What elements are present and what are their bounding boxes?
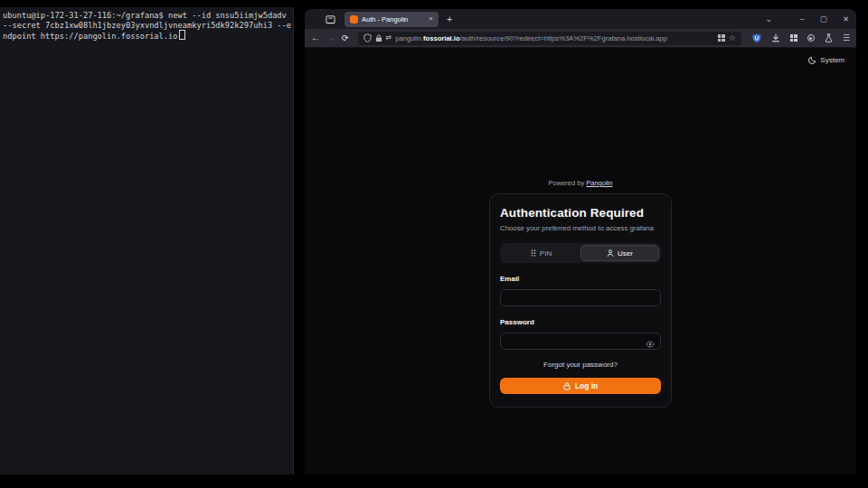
email-label: Email bbox=[500, 275, 661, 283]
theme-toggle[interactable]: System bbox=[808, 56, 844, 64]
url-host: fossorial.io bbox=[423, 34, 460, 42]
theme-label: System bbox=[820, 56, 844, 64]
page-content: System Powered by Pangolin Authenticatio… bbox=[305, 48, 856, 474]
terminal-line: ndpoint https://pangolin.fossorial.io bbox=[3, 30, 293, 42]
auth-card: Authentication Required Choose your pref… bbox=[489, 193, 672, 408]
desktop: ubuntu@ip-172-31-27-116:~/grafana$ newt … bbox=[0, 0, 868, 488]
tab-user[interactable]: User bbox=[580, 245, 659, 261]
auth-column: Powered by Pangolin Authentication Requi… bbox=[489, 179, 672, 408]
password-label: Password bbox=[500, 318, 661, 326]
ublock-extension-icon[interactable] bbox=[752, 33, 761, 42]
tab-user-label: User bbox=[618, 249, 633, 258]
lock-icon[interactable] bbox=[375, 34, 382, 42]
login-lock-icon bbox=[563, 382, 571, 390]
keypad-dots-icon bbox=[531, 249, 536, 257]
powered-by-text: Powered by bbox=[549, 179, 585, 187]
terminal-line-text: ndpoint https://pangolin.fossorial.io bbox=[3, 32, 178, 41]
auth-method-tabs: PIN User bbox=[500, 243, 661, 263]
tab-pin-label: PIN bbox=[540, 249, 552, 258]
minimize-button[interactable]: – bbox=[800, 15, 805, 23]
user-icon bbox=[607, 249, 614, 257]
toolbar-icons: ☰ bbox=[752, 33, 850, 42]
card-subtitle: Choose your preferred method to access g… bbox=[500, 224, 661, 232]
flask-icon[interactable] bbox=[825, 33, 833, 42]
url-path: /auth/resource/90?redirect=https%3A%2F%2… bbox=[460, 34, 667, 42]
account-icon[interactable] bbox=[807, 34, 815, 42]
terminal-cursor bbox=[179, 30, 185, 40]
bookmark-star-icon[interactable]: ☆ bbox=[729, 34, 736, 42]
tab-list-chevron-icon[interactable]: ⌄ bbox=[766, 15, 773, 23]
swap-arrows-icon[interactable]: ⇄ bbox=[386, 34, 392, 42]
login-button-label: Log in bbox=[575, 381, 599, 390]
new-tab-button[interactable]: + bbox=[447, 14, 452, 24]
tab-bar: Auth - Pangolin × + ⌄ – ▢ ✕ bbox=[305, 9, 856, 29]
terminal-window[interactable]: ubuntu@ip-172-31-27-116:~/grafana$ newt … bbox=[0, 7, 294, 474]
back-button[interactable]: ← bbox=[311, 33, 320, 42]
downloads-icon[interactable] bbox=[771, 33, 780, 42]
tab-close-icon[interactable]: × bbox=[429, 15, 433, 23]
email-field[interactable] bbox=[500, 289, 661, 306]
password-field-wrap bbox=[500, 331, 661, 350]
url-prefix: pangolin. bbox=[395, 34, 423, 42]
tab-title: Auth - Pangolin bbox=[362, 15, 425, 23]
pangolin-link[interactable]: Pangolin bbox=[586, 179, 612, 187]
pangolin-favicon-icon bbox=[350, 15, 358, 23]
eye-icon[interactable] bbox=[646, 335, 655, 352]
maximize-button[interactable]: ▢ bbox=[820, 15, 827, 23]
url-text: pangolin.fossorial.io/auth/resource/90?r… bbox=[395, 34, 714, 42]
close-button[interactable]: ✕ bbox=[843, 15, 849, 23]
url-bar[interactable]: ⇄ pangolin.fossorial.io/auth/resource/90… bbox=[358, 32, 741, 45]
email-field-wrap bbox=[500, 287, 661, 306]
shield-icon[interactable] bbox=[363, 33, 372, 42]
extensions-icon[interactable] bbox=[790, 34, 797, 42]
forgot-password-link[interactable]: Forgot your password? bbox=[500, 361, 661, 369]
reload-button[interactable]: ⟳ bbox=[342, 34, 349, 42]
login-button[interactable]: Log in bbox=[500, 378, 661, 394]
password-field[interactable] bbox=[500, 333, 661, 350]
forward-button[interactable]: → bbox=[326, 33, 335, 42]
firefox-view-icon[interactable] bbox=[325, 14, 335, 24]
tab-pin[interactable]: PIN bbox=[502, 245, 580, 261]
page-grid-icon[interactable] bbox=[718, 34, 725, 42]
terminal-line: ubuntu@ip-172-31-27-116:~/grafana$ newt … bbox=[3, 11, 293, 21]
browser-tab[interactable]: Auth - Pangolin × bbox=[344, 12, 439, 27]
menu-icon[interactable]: ☰ bbox=[843, 34, 850, 42]
moon-icon bbox=[808, 56, 816, 64]
browser-window: Auth - Pangolin × + ⌄ – ▢ ✕ ← → ⟳ ⇄ pang… bbox=[305, 9, 856, 474]
browser-toolbar: ← → ⟳ ⇄ pangolin.fossorial.io/auth/resou… bbox=[305, 29, 856, 48]
card-title: Authentication Required bbox=[500, 206, 661, 220]
terminal-line: --secret 7cbz1xw08lh1jbzey03yxvndljvneam… bbox=[3, 21, 293, 31]
powered-by: Powered by Pangolin bbox=[489, 179, 672, 187]
